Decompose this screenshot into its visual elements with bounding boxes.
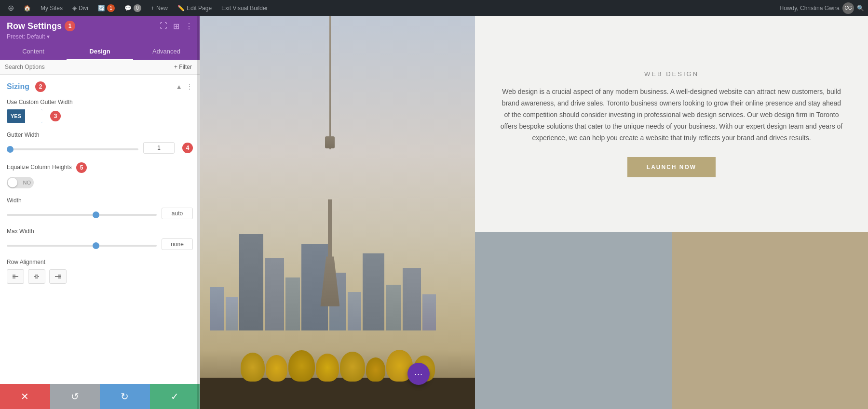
- nav-new[interactable]: + New: [147, 0, 172, 16]
- expand-icon[interactable]: ⛶: [160, 22, 167, 30]
- toggle-no[interactable]: NO: [7, 177, 34, 188]
- tree-5: [340, 352, 365, 382]
- columns-icon[interactable]: ⊞: [173, 22, 179, 31]
- equalize-label: Equalize Column Heights 5: [7, 162, 193, 173]
- exit-builder-label: Exit Visual Builder: [221, 5, 268, 12]
- max-width-slider[interactable]: [7, 245, 157, 247]
- search-icon[interactable]: 🔍: [857, 5, 864, 12]
- align-right-button[interactable]: [49, 269, 67, 284]
- undo-icon: ↺: [71, 391, 79, 402]
- wordpress-icon: ⊕: [8, 3, 14, 13]
- panel-header: Row Settings 1 ⛶ ⊞ ⋮ Preset: Default ▾: [0, 16, 200, 44]
- max-width-value-input[interactable]: [162, 238, 193, 250]
- filter-button[interactable]: + Filter: [171, 63, 195, 71]
- width-slider-track: [7, 209, 157, 218]
- tree-4: [316, 354, 339, 382]
- my-sites-label: My Sites: [41, 5, 63, 12]
- undo-button[interactable]: ↺: [50, 384, 100, 409]
- cn-tower: [315, 16, 344, 350]
- redo-icon: ↻: [121, 391, 129, 402]
- building-1: [210, 287, 224, 330]
- comments-count: 0: [134, 4, 141, 12]
- ground: [200, 378, 475, 409]
- avatar: CG: [842, 2, 854, 14]
- nav-home[interactable]: 🏠: [20, 0, 35, 16]
- content-category: WEB DESIGN: [644, 70, 699, 78]
- nav-notifications[interactable]: 🔄 1: [94, 0, 119, 16]
- width-value-input[interactable]: [162, 208, 193, 219]
- top-navigation: ⊕ 🏠 My Sites ◈ Divi 🔄 1 💬 0 + New ✏️ Edi…: [0, 0, 868, 16]
- section-more-icon[interactable]: ⋮: [186, 83, 193, 91]
- toggle-yes[interactable]: YES: [7, 109, 42, 123]
- width-slider[interactable]: [7, 214, 157, 216]
- search-input[interactable]: [5, 64, 171, 70]
- resize-handle[interactable]: [197, 16, 200, 409]
- divi-label: Divi: [79, 5, 88, 12]
- tab-advanced[interactable]: Advanced: [133, 44, 200, 60]
- row-alignment-row: Row Alignment: [7, 259, 193, 284]
- cancel-icon: ✕: [21, 391, 29, 402]
- max-width-slider-track: [7, 240, 157, 249]
- gutter-size-row: Gutter Width 4: [7, 132, 193, 154]
- more-icon[interactable]: ⋮: [185, 22, 193, 31]
- badge-3: 3: [50, 111, 61, 121]
- toggle-yes-box: [25, 109, 42, 123]
- tab-content[interactable]: Content: [0, 44, 67, 60]
- nav-divi[interactable]: ◈ Divi: [68, 0, 92, 16]
- nav-edit-page[interactable]: ✏️ Edit Page: [174, 0, 216, 16]
- comment-icon: 💬: [124, 5, 132, 12]
- notification-icon: 🔄: [98, 5, 105, 12]
- content-body-text: Web design is a crucial aspect of any mo…: [499, 86, 844, 144]
- tab-design[interactable]: Design: [67, 44, 133, 60]
- building-3: [265, 258, 284, 330]
- badge-4: 4: [182, 143, 193, 153]
- preset-label[interactable]: Preset: Default ▾: [7, 33, 193, 40]
- gutter-slider[interactable]: [7, 148, 138, 150]
- redo-button[interactable]: ↻: [100, 384, 150, 409]
- swatch-tan: [672, 232, 868, 409]
- nav-exit-builder[interactable]: Exit Visual Builder: [217, 0, 272, 16]
- tower-pod: [325, 136, 335, 148]
- nav-my-sites[interactable]: My Sites: [37, 0, 67, 16]
- badge-5: 5: [76, 162, 87, 173]
- width-row: Width: [7, 197, 193, 219]
- align-left-button[interactable]: [7, 269, 24, 284]
- search-bar: + Filter: [0, 60, 200, 75]
- floating-action-button[interactable]: ···: [407, 363, 430, 385]
- save-button[interactable]: ✓: [150, 384, 200, 409]
- building-4: [285, 277, 300, 330]
- collapse-icon[interactable]: ▲: [176, 83, 182, 91]
- align-center-button[interactable]: [28, 269, 45, 284]
- sizing-section-header: Sizing 2 ▲ ⋮: [7, 81, 193, 92]
- building-6: [348, 292, 361, 330]
- cancel-button[interactable]: ✕: [0, 384, 50, 409]
- gutter-slider-track: [7, 144, 138, 152]
- badge-1: 1: [65, 21, 75, 31]
- color-swatches: [475, 232, 868, 409]
- launch-now-button[interactable]: LAUNCH NOW: [627, 157, 716, 177]
- building-8: [403, 268, 421, 330]
- tree-1: [241, 353, 265, 382]
- toggle-no-knob: [8, 178, 17, 187]
- settings-panel: Row Settings 1 ⛶ ⊞ ⋮ Preset: Default ▾ C…: [0, 16, 200, 409]
- panel-body: Sizing 2 ▲ ⋮ Use Custom Gutter Width YES: [0, 75, 200, 384]
- section-title-sizing: Sizing 2: [7, 81, 46, 92]
- nav-wordpress[interactable]: ⊕: [4, 0, 18, 16]
- building-tall-3: [363, 253, 384, 330]
- toggle-yes-label: YES: [7, 109, 25, 123]
- tree-3: [288, 350, 315, 382]
- max-width-row: Max Width: [7, 228, 193, 250]
- gutter-width-label: Use Custom Gutter Width: [7, 99, 193, 106]
- save-icon: ✓: [171, 391, 179, 402]
- building-tall-1: [239, 234, 263, 330]
- tree-6: [366, 357, 385, 382]
- new-label: New: [156, 5, 168, 12]
- row-alignment-label: Row Alignment: [7, 259, 193, 265]
- building-2: [226, 297, 238, 330]
- nav-comments[interactable]: 💬 0: [121, 0, 145, 16]
- edit-page-label: Edit Page: [187, 5, 212, 12]
- gutter-width-row: Use Custom Gutter Width YES 3: [7, 99, 193, 123]
- gutter-value-input[interactable]: [143, 142, 175, 154]
- width-label: Width: [7, 197, 193, 204]
- user-name: Howdy, Christina Gwira: [780, 5, 840, 12]
